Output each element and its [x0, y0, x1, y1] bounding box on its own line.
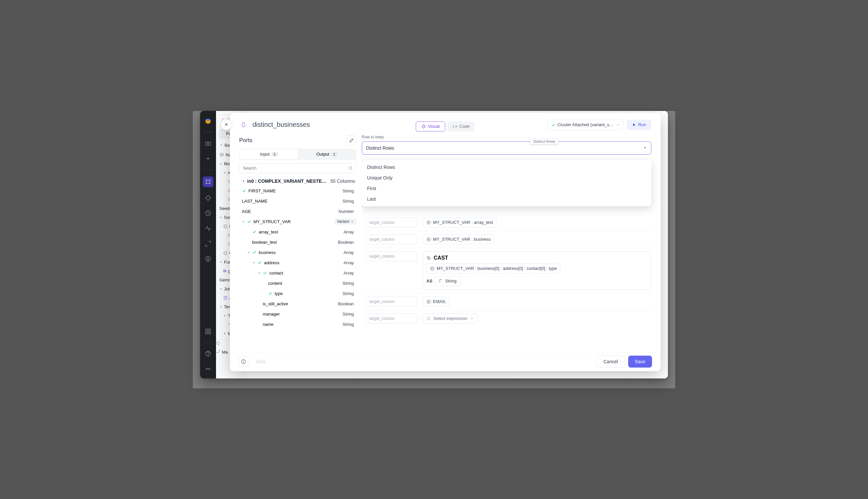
target-column-input[interactable]: target_column [366, 218, 418, 228]
svg-marker-44 [220, 306, 222, 307]
svg-marker-60 [351, 221, 353, 222]
run-button[interactable]: Run [627, 120, 651, 130]
pulse-icon[interactable] [204, 224, 212, 233]
schema-row[interactable]: typeString [239, 289, 357, 299]
schema-row[interactable]: contentString [239, 278, 357, 289]
column-chip[interactable]: MY_STRUCT_VAR : business [423, 234, 495, 244]
schema-row[interactable]: LAST_NAMEString [239, 196, 357, 206]
row-to-keep-label: Row to keep [362, 135, 651, 139]
column-chip[interactable]: MY_STRUCT_VAR : array_test [423, 218, 497, 228]
expression-row: target_columnMY_STRUCT_VAR : array_test [362, 214, 651, 231]
schema-row[interactable]: addressArray [239, 258, 357, 268]
svg-point-49 [218, 344, 218, 344]
svg-marker-40 [224, 251, 227, 255]
schema-row[interactable]: businessArray [239, 247, 357, 258]
dropdown-option[interactable]: Distinct Rows [362, 162, 651, 172]
svg-point-9 [209, 183, 210, 184]
svg-rect-71 [427, 256, 429, 258]
expand-icon[interactable] [204, 240, 212, 248]
edit-ports-button[interactable] [347, 135, 357, 145]
svg-marker-55 [633, 123, 636, 126]
svg-marker-64 [644, 147, 646, 148]
svg-rect-18 [206, 329, 208, 331]
gem-title: distinct_businesses [252, 121, 310, 129]
svg-marker-46 [224, 333, 226, 334]
more-icon[interactable] [204, 365, 212, 373]
graph-icon[interactable] [203, 177, 213, 187]
svg-marker-59 [242, 221, 244, 222]
dropdown-option[interactable]: Unique Only [362, 172, 651, 183]
svg-marker-45 [224, 315, 226, 316]
save-button[interactable]: Save [628, 356, 652, 367]
visual-tab[interactable]: Visual [416, 122, 445, 132]
select-expression[interactable]: Select expression [423, 314, 478, 324]
download-icon[interactable] [204, 255, 212, 263]
svg-marker-54 [422, 124, 426, 128]
cast-expression[interactable]: CASTMY_STRUCT_VAR : business[0] : addres… [423, 251, 651, 290]
svg-rect-20 [206, 332, 208, 334]
cluster-select[interactable]: Cluster Attached (variant_sn… [547, 120, 624, 130]
target-column-input[interactable]: target_column [366, 314, 418, 324]
svg-point-50 [217, 352, 217, 353]
dropdown-option[interactable]: Last [362, 194, 651, 204]
svg-rect-2 [206, 142, 211, 145]
expression-row: target_columnSelect expression [362, 310, 651, 327]
svg-marker-32 [224, 172, 226, 173]
clock-icon[interactable] [204, 209, 212, 218]
row-to-keep-select[interactable]: Distinct Rows Distinct Rows [362, 142, 651, 155]
schema-row[interactable]: MY_STRUCT_VARVariant [239, 217, 357, 227]
close-button[interactable] [221, 119, 232, 130]
target-column-input[interactable]: target_column [366, 251, 418, 261]
svg-marker-62 [253, 262, 255, 263]
expression-row: target_columnEMAIL [362, 293, 651, 310]
svg-marker-37 [224, 224, 227, 228]
data-tab: Data [252, 359, 270, 364]
output-tab[interactable]: Output1 [298, 149, 356, 159]
camera-icon[interactable] [204, 139, 212, 148]
svg-marker-63 [258, 272, 260, 273]
svg-point-23 [208, 355, 208, 355]
help-icon[interactable] [204, 349, 212, 358]
target-column-input[interactable]: target_column [366, 297, 418, 307]
svg-rect-72 [429, 257, 430, 259]
schema-row[interactable]: nameString [239, 319, 357, 329]
svg-point-84 [243, 361, 244, 361]
column-chip[interactable]: EMAIL [423, 297, 449, 307]
svg-rect-19 [209, 329, 211, 331]
input-tab[interactable]: Input1 [240, 149, 298, 159]
svg-marker-81 [471, 318, 473, 319]
target-column-input[interactable]: target_column [366, 234, 418, 244]
svg-marker-14 [206, 195, 211, 200]
app-logo-icon [204, 117, 212, 125]
row-to-keep-dropdown: Distinct RowsUnique OnlyFirstLast [362, 160, 651, 206]
svg-marker-42 [220, 289, 222, 289]
schema-row[interactable]: FIRST_NAMEString [239, 186, 357, 196]
schema-row[interactable]: boolean_testBoolean [239, 237, 357, 247]
cancel-button[interactable]: Cancel [596, 356, 625, 367]
svg-point-80 [427, 317, 430, 320]
schema-row[interactable]: managerString [239, 309, 357, 319]
info-button[interactable] [239, 357, 249, 367]
svg-point-51 [219, 350, 220, 350]
svg-marker-58 [243, 181, 244, 181]
footer-item[interactable]: Ma [222, 350, 228, 355]
schema-row[interactable]: contactArray [239, 268, 357, 278]
schema-row[interactable]: is_still_activeBoolean [239, 299, 357, 309]
port-name[interactable]: in0 : COMPLEX_VARIANT_NESTE… [247, 179, 326, 184]
svg-point-6 [206, 180, 207, 181]
svg-line-57 [351, 169, 352, 170]
dropdown-option[interactable]: First [362, 183, 651, 194]
plus-icon[interactable] [204, 154, 212, 163]
svg-marker-36 [220, 217, 222, 218]
schema-row[interactable]: array_testArray [239, 227, 357, 237]
gem-icon [239, 121, 248, 129]
ports-search[interactable] [239, 163, 357, 173]
svg-point-8 [206, 183, 207, 184]
grid-icon[interactable] [204, 327, 212, 336]
diamond-icon[interactable] [204, 194, 212, 202]
svg-marker-61 [248, 252, 250, 253]
ports-title: Ports [239, 137, 252, 144]
schema-row[interactable]: AGENumber [239, 206, 357, 217]
tooltip: Distinct Rows [530, 138, 558, 144]
code-tab[interactable]: Code [447, 122, 475, 132]
